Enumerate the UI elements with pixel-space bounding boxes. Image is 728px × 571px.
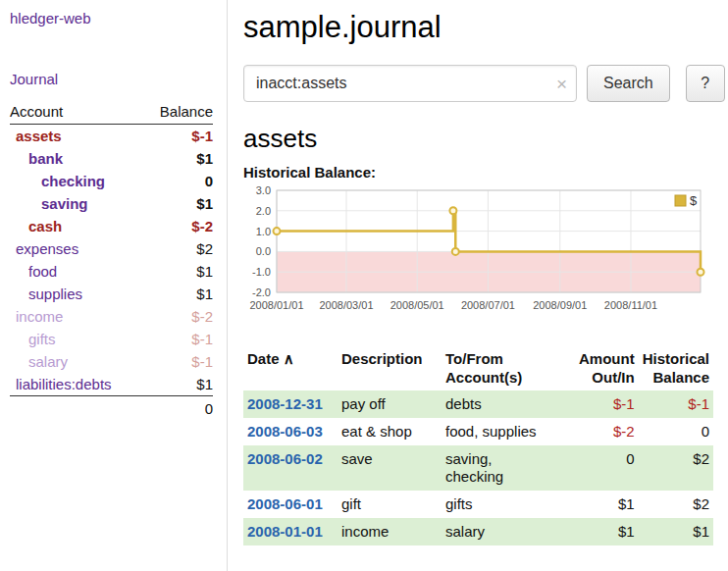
account-link-income[interactable]: income [16, 308, 63, 325]
svg-text:3.0: 3.0 [256, 184, 271, 196]
account-row: income$-2 [10, 305, 213, 328]
svg-text:-1.0: -1.0 [252, 266, 271, 278]
transaction-balance: $-1 [639, 390, 713, 418]
account-link-food[interactable]: food [28, 263, 57, 280]
account-link-checking[interactable]: checking [41, 173, 105, 189]
transaction-description: eat & shop [338, 418, 442, 445]
sort-asc-icon: ∧ [284, 350, 294, 367]
account-link-supplies[interactable]: supplies [28, 286, 82, 302]
transaction-description: gift [338, 491, 442, 518]
chart-title: Historical Balance: [243, 164, 725, 181]
account-row: liabilities:debts$1 [10, 373, 213, 396]
account-row: checking0 [10, 170, 213, 192]
account-balance: $-2 [143, 305, 213, 328]
account-balance: $1 [143, 147, 213, 170]
transaction-description: pay off [338, 390, 442, 418]
register-header-description: Description [338, 345, 442, 390]
svg-text:2.0: 2.0 [256, 205, 271, 217]
svg-text:2008/03/01: 2008/03/01 [319, 299, 373, 311]
account-balance: $-1 [143, 125, 213, 148]
account-link-cash[interactable]: cash [28, 218, 62, 234]
transaction-accounts: saving, checking [442, 445, 575, 491]
account-balance: $1 [143, 260, 213, 283]
account-row: gifts$-1 [10, 328, 213, 350]
accounts-table: Account Balance assets$-1bank$1checking0… [10, 101, 213, 421]
transaction-date-link[interactable]: 2008-06-03 [247, 423, 323, 440]
register-header-balance: Historical Balance [639, 345, 713, 390]
register-header-date[interactable]: Date ∧ [243, 345, 338, 390]
clear-search-icon[interactable]: × [556, 75, 567, 93]
help-button[interactable]: ? [686, 65, 725, 102]
account-row: salary$-1 [10, 350, 213, 373]
transaction-amount: $1 [575, 491, 639, 518]
main-content: sample.journal × Search ? assets Histori… [228, 0, 728, 571]
transaction-date-link[interactable]: 2008-01-01 [247, 523, 323, 540]
sidebar: hledger-web Journal Account Balance asse… [0, 0, 228, 571]
account-row: bank$1 [10, 147, 213, 170]
account-balance: $1 [143, 373, 213, 396]
transaction-balance: $2 [639, 445, 713, 491]
transaction-accounts: salary [442, 518, 575, 545]
journal-link[interactable]: Journal [10, 71, 213, 87]
transaction-description: save [338, 445, 442, 491]
transaction-date-link[interactable]: 2008-06-02 [247, 450, 323, 467]
account-link-liabilities-debts[interactable]: liabilities:debts [16, 376, 112, 392]
svg-text:$: $ [690, 193, 698, 208]
account-balance: $1 [143, 283, 213, 305]
app-logo-link[interactable]: hledger-web [10, 10, 91, 26]
register-row: 2008-12-31pay offdebts$-1$-1 [243, 390, 713, 418]
search-bar: × Search ? [243, 65, 725, 102]
register-header-tofrom: To/From Account(s) [442, 345, 575, 390]
search-button[interactable]: Search [587, 65, 670, 102]
page-title: sample.journal [243, 10, 725, 45]
register-row: 2008-06-03eat & shopfood, supplies$-20 [243, 418, 713, 445]
transaction-date-link[interactable]: 2008-06-01 [247, 495, 323, 512]
transaction-amount: 0 [575, 445, 639, 491]
account-link-bank[interactable]: bank [28, 150, 63, 167]
transaction-balance: $1 [639, 518, 713, 545]
account-row: cash$-2 [10, 215, 213, 237]
transaction-amount: $-2 [575, 418, 639, 445]
historical-balance-chart: 3.02.01.00.0-1.0-2.02008/01/012008/03/01… [243, 182, 708, 326]
accounts-total-spacer [10, 396, 143, 422]
accounts-total-row: 0 [10, 396, 213, 422]
account-row: supplies$1 [10, 283, 213, 305]
svg-text:0.0: 0.0 [256, 245, 271, 257]
transaction-balance: 0 [639, 418, 713, 445]
transaction-accounts: debts [442, 390, 575, 418]
account-link-assets[interactable]: assets [16, 128, 62, 144]
transaction-amount: $1 [575, 518, 639, 545]
account-row: saving$1 [10, 192, 213, 215]
register-header-amount: Amount Out/In [575, 345, 639, 390]
account-balance: $-1 [143, 328, 213, 350]
transaction-date-link[interactable]: 2008-12-31 [247, 395, 323, 412]
transaction-description: income [338, 518, 442, 545]
account-link-gifts[interactable]: gifts [28, 331, 56, 347]
transaction-accounts: food, supplies [442, 418, 575, 445]
account-row: assets$-1 [10, 125, 213, 148]
register-row: 2008-01-01incomesalary$1$1 [243, 518, 713, 545]
register-row: 2008-06-02savesaving, checking0$2 [243, 445, 713, 491]
account-balance: $-2 [143, 215, 213, 237]
accounts-total-value: 0 [143, 396, 213, 422]
register-table: Date ∧ Description To/From Account(s) Am… [243, 345, 713, 545]
account-balance: 0 [143, 170, 213, 192]
transaction-accounts: gifts [442, 491, 575, 518]
account-link-saving[interactable]: saving [41, 195, 88, 212]
svg-text:2008/01/01: 2008/01/01 [249, 299, 303, 311]
section-heading: assets [243, 124, 725, 154]
account-balance: $2 [143, 237, 213, 260]
account-link-salary[interactable]: salary [28, 353, 68, 370]
search-box: × [243, 65, 577, 102]
transaction-balance: $2 [639, 491, 713, 518]
account-row: food$1 [10, 260, 213, 283]
svg-text:2008/07/01: 2008/07/01 [461, 299, 515, 311]
register-header-row: Date ∧ Description To/From Account(s) Am… [243, 345, 713, 390]
svg-text:-2.0: -2.0 [252, 286, 271, 298]
account-balance: $1 [143, 192, 213, 215]
svg-text:2008/09/01: 2008/09/01 [533, 299, 587, 311]
search-input[interactable] [243, 65, 577, 102]
account-link-expenses[interactable]: expenses [16, 240, 78, 257]
accounts-header-account: Account [10, 101, 143, 125]
accounts-header-row: Account Balance [10, 101, 213, 125]
